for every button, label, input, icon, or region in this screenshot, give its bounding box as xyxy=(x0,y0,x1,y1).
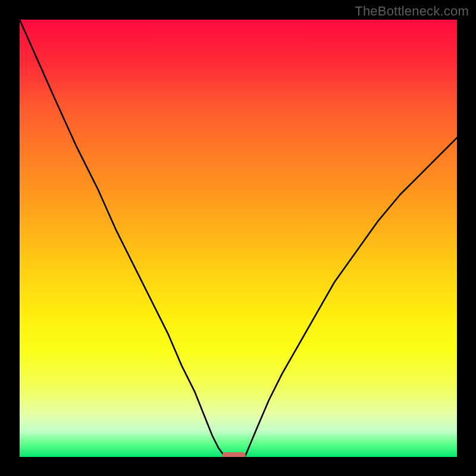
right-curve-path xyxy=(245,138,458,458)
plot-area xyxy=(20,20,457,457)
bottom-marker xyxy=(222,452,246,457)
curves-svg xyxy=(20,20,457,457)
left-curve-path xyxy=(20,20,225,457)
chart-frame: TheBottleneck.com xyxy=(0,0,476,476)
watermark-text: TheBottleneck.com xyxy=(355,4,469,19)
